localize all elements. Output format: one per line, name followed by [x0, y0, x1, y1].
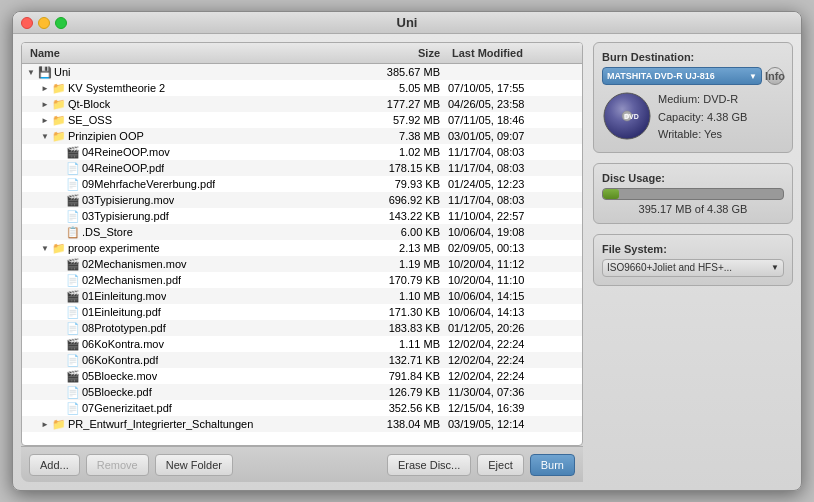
burn-destination-section: Burn Destination: MATSHITA DVD-R UJ-816 …: [593, 42, 793, 153]
file-size-cell: 5.05 MB: [358, 82, 448, 94]
table-row[interactable]: 🎬 04ReineOOP.mov 1.02 MB11/17/04, 08:03: [22, 144, 582, 160]
file-modified-cell: 12/02/04, 22:24: [448, 370, 578, 382]
file-size-cell: 170.79 KB: [358, 274, 448, 286]
file-modified-cell: 01/24/05, 12:23: [448, 178, 578, 190]
table-row[interactable]: 📄 05Bloecke.pdf 126.79 KB11/30/04, 07:36: [22, 384, 582, 400]
erase-disc-button[interactable]: Erase Disc...: [387, 454, 471, 476]
file-list-body[interactable]: ▼ 💾 Uni 385.67 MB ► 📁 KV Systemtheorie 2…: [22, 64, 582, 445]
bottom-bar: Add... Remove New Folder Erase Disc... E…: [21, 446, 583, 482]
expand-arrow-icon: [54, 292, 64, 301]
file-size-cell: 7.38 MB: [358, 130, 448, 142]
file-size-cell: 138.04 MB: [358, 418, 448, 430]
table-row[interactable]: ► 📁 Qt-Block 177.27 MB04/26/05, 23:58: [22, 96, 582, 112]
minimize-button[interactable]: [38, 17, 50, 29]
file-type-icon: 📄: [66, 162, 80, 175]
left-panel: Name Size Last Modified ▼ 💾 Uni 385.67 M…: [21, 42, 583, 482]
file-type-icon: 🎬: [66, 370, 80, 383]
drive-dropdown[interactable]: MATSHITA DVD-R UJ-816 ▼: [602, 67, 762, 85]
file-name-label: 02Mechanismen.pdf: [82, 274, 181, 286]
table-row[interactable]: 📄 08Prototypen.pdf 183.83 KB01/12/05, 20…: [22, 320, 582, 336]
remove-button[interactable]: Remove: [86, 454, 149, 476]
close-button[interactable]: [21, 17, 33, 29]
right-panel: Burn Destination: MATSHITA DVD-R UJ-816 …: [593, 42, 793, 482]
file-size-cell: 177.27 MB: [358, 98, 448, 110]
file-modified-cell: 12/15/04, 16:39: [448, 402, 578, 414]
file-name-cell: ▼ 💾 Uni: [26, 66, 358, 79]
file-name-cell: 📄 02Mechanismen.pdf: [26, 274, 358, 287]
table-row[interactable]: ► 📁 SE_OSS 57.92 MB07/11/05, 18:46: [22, 112, 582, 128]
file-name-cell: 🎬 02Mechanismen.mov: [26, 258, 358, 271]
table-row[interactable]: ▼ 💾 Uni 385.67 MB: [22, 64, 582, 80]
expand-arrow-icon: [54, 372, 64, 381]
info-button[interactable]: Info: [766, 67, 784, 85]
table-row[interactable]: ▼ 📁 Prinzipien OOP 7.38 MB03/01/05, 09:0…: [22, 128, 582, 144]
file-size-cell: 385.67 MB: [358, 66, 448, 78]
expand-arrow-icon: [54, 308, 64, 317]
dvd-area: DVD Medium: DVD-R Capacity: 4.38 GB Writ…: [602, 91, 784, 144]
file-name-cell: ► 📁 PR_Entwurf_Integrierter_Schaltungen: [26, 418, 358, 431]
file-name-cell: ► 📁 Qt-Block: [26, 98, 358, 111]
fs-dropdown-arrow-icon: ▼: [771, 263, 779, 272]
eject-button[interactable]: Eject: [477, 454, 523, 476]
dvd-info: Medium: DVD-R Capacity: 4.38 GB Writable…: [658, 91, 747, 144]
table-row[interactable]: 📄 03Typisierung.pdf 143.22 KB11/10/04, 2…: [22, 208, 582, 224]
new-folder-button[interactable]: New Folder: [155, 454, 233, 476]
file-name-cell: 📄 06KoKontra.pdf: [26, 354, 358, 367]
file-name-label: 05Bloecke.pdf: [82, 386, 152, 398]
file-type-icon: 🎬: [66, 258, 80, 271]
file-system-label: File System:: [602, 243, 784, 255]
expand-arrow-icon: [54, 356, 64, 365]
table-row[interactable]: 🎬 02Mechanismen.mov 1.19 MB10/20/04, 11:…: [22, 256, 582, 272]
modified-column-header: Last Modified: [448, 45, 578, 61]
table-row[interactable]: 📄 07Generizitaet.pdf 352.56 KB12/15/04, …: [22, 400, 582, 416]
medium-label: Medium:: [658, 93, 700, 105]
burn-destination-label: Burn Destination:: [602, 51, 784, 63]
file-type-icon: 📋: [66, 226, 80, 239]
file-name-label: .DS_Store: [82, 226, 133, 238]
writable-label: Writable:: [658, 128, 701, 140]
expand-arrow-icon: [54, 228, 64, 237]
table-row[interactable]: 📄 06KoKontra.pdf 132.71 KB12/02/04, 22:2…: [22, 352, 582, 368]
table-row[interactable]: 📄 02Mechanismen.pdf 170.79 KB10/20/04, 1…: [22, 272, 582, 288]
file-modified-cell: 03/19/05, 12:14: [448, 418, 578, 430]
file-name-label: 04ReineOOP.mov: [82, 146, 170, 158]
burn-button[interactable]: Burn: [530, 454, 575, 476]
file-type-icon: 📄: [66, 178, 80, 191]
file-modified-cell: 11/30/04, 07:36: [448, 386, 578, 398]
file-type-icon: 🎬: [66, 146, 80, 159]
file-size-cell: 79.93 KB: [358, 178, 448, 190]
size-column-header: Size: [358, 45, 448, 61]
table-row[interactable]: 🎬 05Bloecke.mov 791.84 KB12/02/04, 22:24: [22, 368, 582, 384]
table-row[interactable]: ► 📁 KV Systemtheorie 2 5.05 MB07/10/05, …: [22, 80, 582, 96]
maximize-button[interactable]: [55, 17, 67, 29]
expand-arrow-icon: [54, 260, 64, 269]
table-row[interactable]: 📋 .DS_Store 6.00 KB10/06/04, 19:08: [22, 224, 582, 240]
capacity-value: 4.38 GB: [707, 111, 747, 123]
file-name-cell: 🎬 05Bloecke.mov: [26, 370, 358, 383]
file-type-icon: 📁: [52, 98, 66, 111]
table-row[interactable]: 📄 09MehrfacheVererbung.pdf 79.93 KB01/24…: [22, 176, 582, 192]
file-name-label: Qt-Block: [68, 98, 110, 110]
name-column-header: Name: [26, 45, 358, 61]
table-row[interactable]: 🎬 01Einleitung.mov 1.10 MB10/06/04, 14:1…: [22, 288, 582, 304]
table-row[interactable]: 🎬 06KoKontra.mov 1.11 MB12/02/04, 22:24: [22, 336, 582, 352]
table-row[interactable]: 🎬 03Typisierung.mov 696.92 KB11/17/04, 0…: [22, 192, 582, 208]
expand-arrow-icon: ►: [40, 420, 50, 429]
capacity-label: Capacity:: [658, 111, 704, 123]
table-row[interactable]: ▼ 📁 proop experimente 2.13 MB02/09/05, 0…: [22, 240, 582, 256]
file-type-icon: 📁: [52, 82, 66, 95]
file-list-header: Name Size Last Modified: [22, 43, 582, 64]
file-name-label: KV Systemtheorie 2: [68, 82, 165, 94]
file-system-dropdown[interactable]: ISO9660+Joliet and HFS+... ▼: [602, 259, 784, 277]
expand-arrow-icon: ▼: [40, 244, 50, 253]
table-row[interactable]: ► 📁 PR_Entwurf_Integrierter_Schaltungen …: [22, 416, 582, 432]
table-row[interactable]: 📄 01Einleitung.pdf 171.30 KB10/06/04, 14…: [22, 304, 582, 320]
add-button[interactable]: Add...: [29, 454, 80, 476]
file-name-label: Uni: [54, 66, 71, 78]
file-modified-cell: 07/11/05, 18:46: [448, 114, 578, 126]
progress-bar-container: [602, 188, 784, 200]
file-type-icon: 📁: [52, 130, 66, 143]
table-row[interactable]: 📄 04ReineOOP.pdf 178.15 KB11/17/04, 08:0…: [22, 160, 582, 176]
file-modified-cell: 02/09/05, 00:13: [448, 242, 578, 254]
file-name-label: proop experimente: [68, 242, 160, 254]
